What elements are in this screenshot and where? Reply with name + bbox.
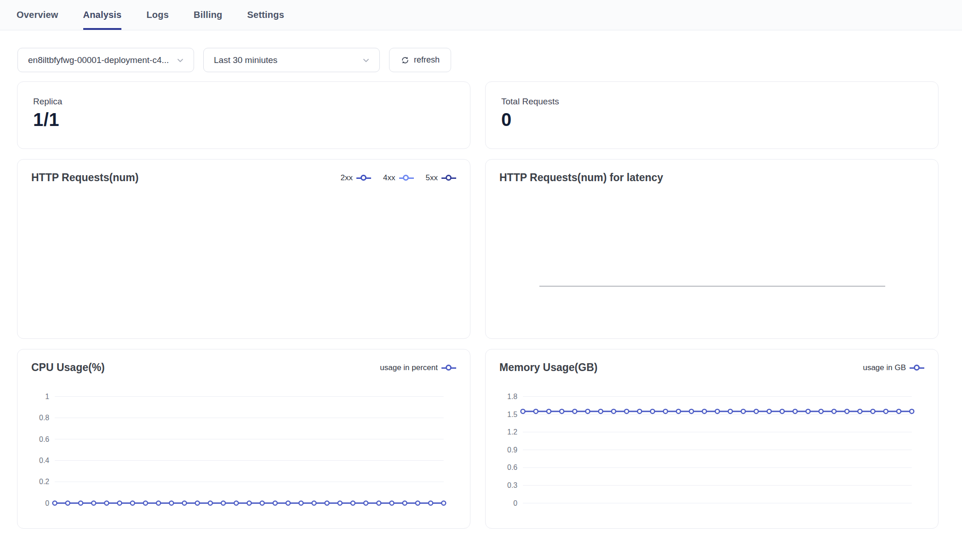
total-requests-stat-card: Total Requests 0 — [485, 81, 939, 149]
tab-overview[interactable]: Overview — [17, 0, 58, 30]
chevron-down-icon — [361, 55, 371, 65]
stat-label: Total Requests — [501, 97, 938, 107]
svg-text:0.4: 0.4 — [39, 457, 49, 464]
deployment-select-value: en8iltbfyfwg-00001-deployment-c4... — [28, 55, 169, 65]
deployment-select[interactable]: en8iltbfyfwg-00001-deployment-c4... — [17, 48, 194, 72]
tab-settings[interactable]: Settings — [247, 0, 285, 30]
refresh-icon — [401, 56, 410, 65]
svg-text:0.3: 0.3 — [507, 481, 517, 489]
memory-usage-chart: 00.30.60.91.21.51.8 — [486, 349, 938, 528]
stat-value: 0 — [501, 109, 938, 130]
svg-text:1.8: 1.8 — [507, 393, 517, 400]
svg-text:0.2: 0.2 — [39, 478, 49, 486]
svg-text:0: 0 — [45, 499, 49, 507]
refresh-button-label: refresh — [414, 55, 440, 65]
tab-logs[interactable]: Logs — [146, 0, 169, 30]
svg-text:1: 1 — [45, 393, 49, 400]
cpu-usage-chart-panel: CPU Usage(%) usage in percent 00.20.40.6… — [17, 349, 470, 529]
memory-usage-chart-panel: Memory Usage(GB) usage in GB 00.30.60.91… — [485, 349, 939, 529]
tab-analysis[interactable]: Analysis — [83, 0, 122, 30]
stat-label: Replica — [33, 97, 470, 107]
http-latency-chart-panel: HTTP Requests(num) for latency — [485, 159, 939, 339]
time-range-select[interactable]: Last 30 miniutes — [203, 48, 380, 72]
cpu-usage-chart: 00.20.40.60.81 — [17, 349, 470, 528]
stat-value: 1/1 — [33, 109, 470, 130]
svg-text:0.9: 0.9 — [507, 446, 517, 454]
svg-text:1.2: 1.2 — [507, 428, 517, 436]
filters-toolbar: en8iltbfyfwg-00001-deployment-c4... Last… — [17, 48, 962, 72]
tab-billing[interactable]: Billing — [194, 0, 223, 30]
svg-text:0.8: 0.8 — [39, 414, 49, 422]
dashboard-grid: Replica 1/1 Total Requests 0 HTTP Reques… — [0, 72, 962, 529]
http-requests-chart — [17, 160, 470, 338]
svg-text:0: 0 — [513, 499, 517, 507]
chevron-down-icon — [175, 55, 185, 65]
top-tab-bar: Overview Analysis Logs Billing Settings — [0, 0, 962, 30]
svg-text:0.6: 0.6 — [507, 463, 517, 471]
refresh-button[interactable]: refresh — [389, 48, 451, 72]
http-requests-chart-panel: HTTP Requests(num) 2xx4xx5xx — [17, 159, 470, 339]
http-latency-chart — [486, 160, 938, 338]
replica-stat-card: Replica 1/1 — [17, 81, 470, 149]
time-range-select-value: Last 30 miniutes — [214, 55, 277, 65]
svg-text:0.6: 0.6 — [39, 435, 49, 443]
svg-text:1.5: 1.5 — [507, 411, 517, 418]
